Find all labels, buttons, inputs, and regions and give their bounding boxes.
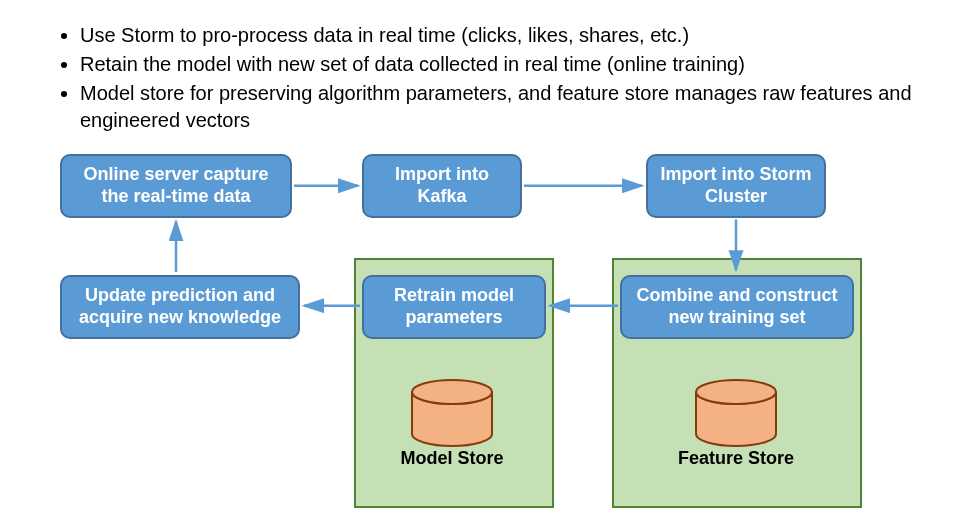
bullet-list: Use Storm to pro-process data in real ti… bbox=[40, 22, 927, 136]
bullet-item: Use Storm to pro-process data in real ti… bbox=[80, 22, 927, 49]
node-import-kafka: Import into Kafka bbox=[362, 154, 522, 218]
model-store-label: Model Store bbox=[392, 448, 512, 469]
node-retrain-model: Retrain model parameters bbox=[362, 275, 546, 339]
node-import-storm: Import into Storm Cluster bbox=[646, 154, 826, 218]
node-online-server: Online server capture the real-time data bbox=[60, 154, 292, 218]
model-store-icon bbox=[406, 378, 498, 448]
bullet-item: Retain the model with new set of data co… bbox=[80, 51, 927, 78]
feature-store-label: Feature Store bbox=[676, 448, 796, 469]
feature-store-icon bbox=[690, 378, 782, 448]
node-update-prediction: Update prediction and acquire new knowle… bbox=[60, 275, 300, 339]
bullet-item: Model store for preserving algorithm par… bbox=[80, 80, 927, 134]
architecture-diagram: Online server capture the real-time data… bbox=[36, 150, 931, 507]
svg-point-0 bbox=[412, 380, 492, 404]
node-combine-construct: Combine and construct new training set bbox=[620, 275, 854, 339]
svg-point-1 bbox=[696, 380, 776, 404]
